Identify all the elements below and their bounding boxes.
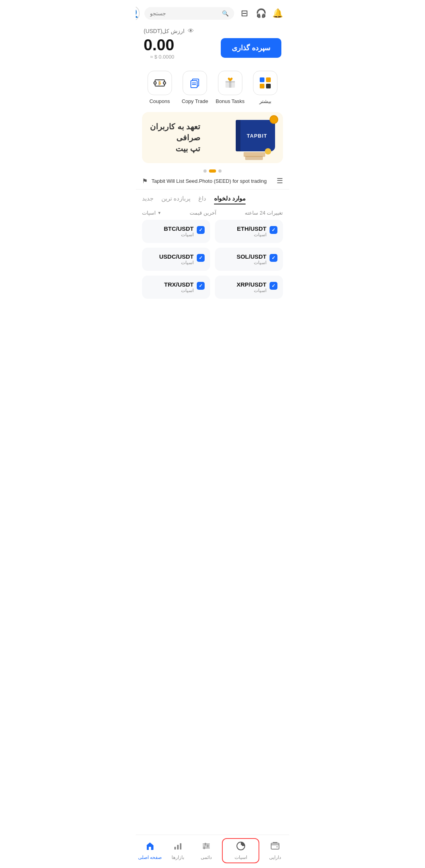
- svg-point-21: [240, 845, 242, 847]
- nav-daimy[interactable]: دائمی: [192, 840, 220, 862]
- bonus-label: Bonus Tasks: [216, 98, 244, 104]
- card-eth-checkbox[interactable]: ✓: [270, 226, 277, 234]
- svg-rect-2: [260, 84, 264, 88]
- card-eth-info: ETH/USDT اسپات: [220, 225, 266, 237]
- promo-banner[interactable]: TAPBIT تعهد به کاربرانصرافیتپ بیت: [142, 112, 283, 163]
- tab-popular[interactable]: پربازده ترین: [161, 195, 190, 204]
- banner-text-block: تعهد به کاربرانصرافیتپ بیت: [150, 121, 200, 154]
- card-trx-type: اسپات: [148, 288, 194, 293]
- card-xrp-pair: XRP/USDT: [220, 281, 266, 288]
- card-eth-type: اسپات: [220, 232, 266, 237]
- banner-dot-2[interactable]: [209, 169, 216, 173]
- coupons-label: Coupons: [150, 98, 170, 104]
- svg-rect-31: [149, 847, 151, 850]
- card-sol-header: ✓ SOL/USDT اسپات: [220, 253, 277, 265]
- col-pair-label: اسپات: [142, 210, 156, 216]
- nav-markets[interactable]: بازارها: [164, 840, 192, 862]
- col-change: تغییرات 24 ساعته: [245, 210, 283, 216]
- card-trx-info: TRX/USDT اسپات: [148, 281, 194, 293]
- profile-avatar[interactable]: 👤: [136, 6, 140, 20]
- svg-rect-30: [180, 843, 181, 850]
- market-card-eth[interactable]: ✓ ETH/USDT اسپات: [215, 220, 283, 243]
- card-btc-header: ✓ BTC/USDT اسپات: [148, 225, 205, 237]
- card-xrp-type: اسپات: [220, 288, 266, 293]
- market-card-trx[interactable]: ✓ TRX/USDT اسپات: [142, 276, 210, 299]
- action-coupons[interactable]: $ Coupons: [142, 71, 177, 104]
- more-label: بیشتر: [259, 98, 272, 104]
- card-trx-checkbox[interactable]: ✓: [197, 282, 205, 290]
- balance-title: ارزش کل(USDT): [144, 28, 185, 34]
- tab-new[interactable]: جدید: [142, 195, 153, 204]
- action-more[interactable]: بیشتر: [248, 71, 283, 104]
- card-sol-pair: SOL/USDT: [220, 253, 266, 260]
- nav-home-label: صفحه اصلی: [138, 855, 162, 860]
- nav-daimy-label: دائمی: [201, 855, 212, 860]
- coupons-icon: $: [148, 71, 172, 95]
- menu-icon[interactable]: ☰: [277, 177, 283, 185]
- tab-favorites[interactable]: موارد دلخواه: [214, 195, 246, 204]
- banner-pagination: [136, 169, 289, 173]
- balance-row: سپرده گذاری 0.00 ≈ $ 0.0000: [144, 36, 281, 60]
- deposit-button[interactable]: سپرده گذاری: [221, 38, 281, 58]
- card-eth-pair: ETH/USDT: [220, 225, 266, 232]
- card-usdc-pair: USDC/USDT: [148, 253, 194, 260]
- daimy-icon: [201, 841, 211, 853]
- card-trx-pair: TRX/USDT: [148, 281, 194, 288]
- wallet-icon: [270, 841, 280, 853]
- svg-rect-25: [205, 843, 206, 845]
- col-price: آخرین قیمت: [190, 210, 216, 216]
- copy-trade-icon: [183, 71, 207, 95]
- bottom-navigation: دارایی اسپات دائمی: [136, 835, 289, 868]
- market-card-sol[interactable]: ✓ SOL/USDT اسپات: [215, 248, 283, 271]
- quick-actions-row: بیشتر Bonus Tasks Copy Trade: [136, 66, 289, 112]
- table-header: تغییرات 24 ساعته آخرین قیمت ▼ اسپات: [136, 208, 289, 220]
- card-sol-checkbox[interactable]: ✓: [270, 254, 277, 262]
- banner-title: تعهد به کاربرانصرافیتپ بیت: [150, 121, 200, 154]
- tab-hot[interactable]: داغ: [198, 195, 206, 204]
- card-trx-header: ✓ TRX/USDT اسپات: [148, 281, 205, 293]
- banner-dot-1[interactable]: [218, 169, 222, 173]
- market-card-btc[interactable]: ✓ BTC/USDT اسپات: [142, 220, 210, 243]
- card-usdc-header: ✓ USDC/USDT اسپات: [148, 253, 205, 265]
- svg-rect-1: [266, 77, 271, 82]
- nav-wallet[interactable]: دارایی: [261, 840, 289, 862]
- headset-icon[interactable]: 🎧: [255, 8, 266, 19]
- market-card-xrp[interactable]: ✓ XRP/USDT اسپات: [215, 276, 283, 299]
- nav-spot[interactable]: اسپات: [222, 838, 260, 863]
- card-xrp-header: ✓ XRP/USDT اسپات: [220, 281, 277, 293]
- card-btc-type: اسپات: [148, 232, 194, 237]
- card-eth-header: ✓ ETH/USDT اسپات: [220, 225, 277, 237]
- announcement-icon[interactable]: ⚑: [142, 177, 148, 185]
- action-bonus[interactable]: Bonus Tasks: [213, 71, 248, 104]
- svg-rect-17: [271, 843, 279, 849]
- notification-icon[interactable]: 🔔: [272, 8, 283, 19]
- svg-rect-19: [273, 842, 277, 843]
- nav-markets-label: بازارها: [172, 855, 184, 860]
- action-copy-trade[interactable]: Copy Trade: [177, 71, 213, 104]
- card-usdc-type: اسپات: [148, 260, 194, 265]
- nav-home[interactable]: صفحه اصلی: [136, 840, 164, 862]
- visibility-icon[interactable]: 👁: [188, 28, 194, 35]
- card-btc-checkbox[interactable]: ✓: [197, 226, 205, 234]
- svg-point-13: [154, 82, 156, 84]
- search-bar[interactable]: 🔍: [144, 7, 234, 20]
- col-pair-dropdown[interactable]: ▼ اسپات: [142, 210, 161, 216]
- banner-illustration: TAPBIT: [232, 120, 275, 155]
- market-tabs: موارد دلخواه داغ پربازده ترین جدید: [136, 189, 289, 208]
- scan-icon[interactable]: ⊟: [239, 8, 250, 19]
- card-btc-pair: BTC/USDT: [148, 225, 194, 232]
- search-input[interactable]: [150, 10, 219, 17]
- home-icon: [145, 841, 155, 853]
- balance-label: 👁 ارزش کل(USDT): [144, 28, 281, 35]
- market-card-usdc[interactable]: ✓ USDC/USDT اسپات: [142, 248, 210, 271]
- more-icon: [253, 71, 277, 95]
- markets-icon: [173, 841, 183, 853]
- card-xrp-checkbox[interactable]: ✓: [270, 282, 277, 290]
- balance-main-value: 0.00: [144, 36, 174, 54]
- copy-trade-label: Copy Trade: [182, 98, 208, 104]
- svg-rect-27: [204, 847, 205, 849]
- banner-dot-3[interactable]: [203, 169, 207, 173]
- card-xrp-info: XRP/USDT اسپات: [220, 281, 266, 293]
- card-usdc-checkbox[interactable]: ✓: [197, 254, 205, 262]
- svg-rect-3: [266, 84, 271, 88]
